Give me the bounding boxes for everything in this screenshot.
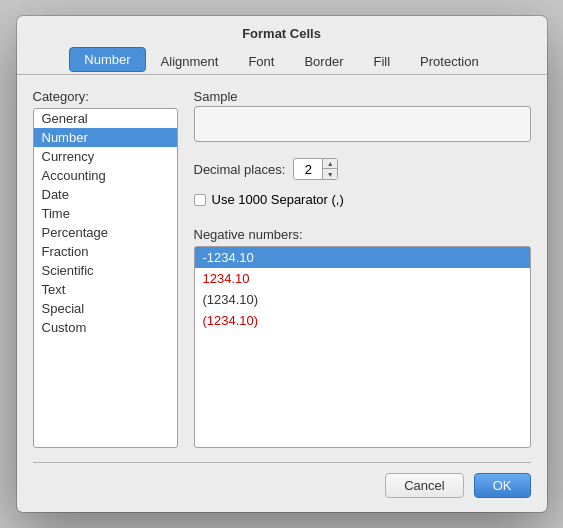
negative-label: Negative numbers: <box>194 227 531 242</box>
right-panel: Sample Decimal places: ▲ ▼ Use 1000 Sepa… <box>194 89 531 448</box>
spinner-up-button[interactable]: ▲ <box>323 159 337 169</box>
tab-bar: Number Alignment Font Border Fill Protec… <box>17 47 547 75</box>
list-item[interactable]: Time <box>34 204 177 223</box>
main-content: Category: General Number Currency Accoun… <box>17 75 547 462</box>
list-item[interactable]: Special <box>34 299 177 318</box>
list-item[interactable]: Currency <box>34 147 177 166</box>
list-item[interactable]: Accounting <box>34 166 177 185</box>
list-item[interactable]: (1234.10) <box>195 289 530 310</box>
tab-protection[interactable]: Protection <box>405 49 494 74</box>
tab-border[interactable]: Border <box>289 49 358 74</box>
format-cells-dialog: Format Cells Number Alignment Font Borde… <box>17 16 547 512</box>
separator-label: Use 1000 Separator (,) <box>212 192 344 207</box>
separator-row: Use 1000 Separator (,) <box>194 192 531 207</box>
list-item[interactable]: (1234.10) <box>195 310 530 331</box>
list-item[interactable]: Fraction <box>34 242 177 261</box>
sample-section: Sample <box>194 89 531 142</box>
dialog-footer: Cancel OK <box>17 463 547 512</box>
sample-label: Sample <box>194 89 531 104</box>
sample-box <box>194 106 531 142</box>
list-item[interactable]: Date <box>34 185 177 204</box>
negative-list: -1234.10 1234.10 (1234.10) (1234.10) <box>194 246 531 448</box>
list-item[interactable]: General <box>34 109 177 128</box>
separator-checkbox[interactable] <box>194 194 206 206</box>
tab-number[interactable]: Number <box>69 47 145 72</box>
list-item[interactable]: -1234.10 <box>195 247 530 268</box>
category-list: General Number Currency Accounting Date … <box>33 108 178 448</box>
spinner-down-button[interactable]: ▼ <box>323 169 337 179</box>
tab-font[interactable]: Font <box>233 49 289 74</box>
ok-button[interactable]: OK <box>474 473 531 498</box>
negative-section: Negative numbers: -1234.10 1234.10 (1234… <box>194 217 531 448</box>
tab-alignment[interactable]: Alignment <box>146 49 234 74</box>
decimal-label: Decimal places: <box>194 162 286 177</box>
decimal-row: Decimal places: ▲ ▼ <box>194 158 531 180</box>
category-label: Category: <box>33 89 178 104</box>
list-item[interactable]: Text <box>34 280 177 299</box>
decimal-input[interactable] <box>294 160 322 179</box>
list-item[interactable]: Scientific <box>34 261 177 280</box>
dialog-title: Format Cells <box>17 16 547 47</box>
list-item[interactable]: Custom <box>34 318 177 337</box>
list-item[interactable]: 1234.10 <box>195 268 530 289</box>
cancel-button[interactable]: Cancel <box>385 473 463 498</box>
tab-fill[interactable]: Fill <box>358 49 405 74</box>
decimal-input-wrap: ▲ ▼ <box>293 158 338 180</box>
list-item[interactable]: Number <box>34 128 177 147</box>
list-item[interactable]: Percentage <box>34 223 177 242</box>
decimal-spinner: ▲ ▼ <box>322 159 337 179</box>
left-panel: Category: General Number Currency Accoun… <box>33 89 178 448</box>
